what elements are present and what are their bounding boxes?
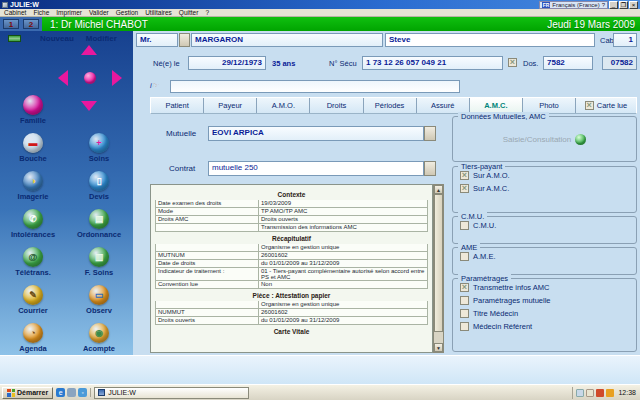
tab-photo[interactable]: Photo <box>523 98 576 113</box>
checkbox[interactable] <box>460 322 469 331</box>
main-area: Nouveau Modifier Famille▬Bouche+Soins◑Im… <box>0 31 640 355</box>
restore-button[interactable]: ❐ <box>619 1 628 9</box>
start-button[interactable]: Démarrer <box>2 387 53 399</box>
sidebar-item-acompte[interactable]: ◉Acompte <box>66 323 132 361</box>
sidebar-item-ordonnance[interactable]: ▤Ordonnance <box>66 209 132 247</box>
nav-up-arrow-icon[interactable] <box>81 45 97 55</box>
checkbox-row-titremdecin[interactable]: Titre Médecin <box>460 309 636 318</box>
modify-button[interactable]: Modifier <box>86 34 117 43</box>
sidebar-item-tltrans[interactable]: @Télétrans. <box>0 247 66 285</box>
menu-item-imprimer[interactable]: Imprimer <box>56 9 82 16</box>
sidebar-item-fsoins[interactable]: ▥F. Soins <box>66 247 132 285</box>
taskbar-task-julie[interactable]: JULIE:W <box>94 387 249 399</box>
sidebar-item-agenda[interactable]: ◔Agenda <box>0 323 66 361</box>
first-name-field[interactable]: Steve <box>385 33 595 47</box>
nav-left-arrow-icon[interactable] <box>58 70 68 86</box>
tray-volume-icon[interactable] <box>586 389 594 397</box>
carte-lue-checkbox[interactable]: × <box>585 101 594 110</box>
sidebar-item-intolrances[interactable]: ✆Intolérances <box>0 209 66 247</box>
menu-item-utilitaires[interactable]: Utilitaires <box>145 9 172 16</box>
menu-item-valider[interactable]: Valider <box>89 9 109 16</box>
checkbox[interactable]: × <box>460 171 469 180</box>
tab-droits[interactable]: Droits <box>310 98 363 113</box>
browser-icon[interactable]: e <box>56 388 65 397</box>
checkbox[interactable]: × <box>460 184 469 193</box>
tab-payeur[interactable]: Payeur <box>204 98 257 113</box>
civility-field[interactable]: Mr. <box>136 33 178 47</box>
mutuelle-dropdown-button[interactable] <box>424 126 436 141</box>
checkbox-label: Sur A.M.O. <box>473 171 510 180</box>
table-cell-value: 01 - Tiers-payant complémentaire autoris… <box>259 268 427 280</box>
table-scrollbar[interactable]: ▲ ▼ <box>433 184 444 353</box>
practitioner-tab-1[interactable]: 1 <box>3 19 19 29</box>
checkbox-row-paramtragesmutuelle[interactable]: Paramétrages mutuelle <box>460 296 636 305</box>
tab-priodes[interactable]: Périodes <box>364 98 417 113</box>
menu-item-gestion[interactable]: Gestion <box>116 9 138 16</box>
tab-amc[interactable]: A.M.C. <box>470 98 523 113</box>
civility-button[interactable] <box>179 33 190 47</box>
sidebar-item-famille[interactable]: Famille <box>0 95 66 133</box>
sidebar-item-observ[interactable]: ▭Observ <box>66 285 132 323</box>
table-row: Date examen des droits19/03/2009 <box>155 200 428 208</box>
checkbox-row-suramo[interactable]: ×Sur A.M.O. <box>460 171 636 180</box>
checkbox-row-ame[interactable]: A.M.E. <box>460 252 636 261</box>
secu-checkbox[interactable]: × <box>508 58 517 67</box>
language-help-icon[interactable]: ? <box>602 2 605 8</box>
note-field[interactable] <box>170 80 460 93</box>
checkbox[interactable] <box>460 252 469 261</box>
sidebar-item-imagerie[interactable]: ◑Imagerie <box>0 171 66 209</box>
checkbox[interactable] <box>460 221 469 230</box>
table-row: Organisme en gestion unique <box>155 244 428 252</box>
checkbox-row-transmettreinfosamc[interactable]: ×Transmettre infos AMC <box>460 283 636 292</box>
new-button[interactable]: Nouveau <box>40 34 74 43</box>
menu-item-?[interactable]: ? <box>205 9 209 16</box>
record-tabs: PatientPayeurA.M.O.DroitsPériodesAssuréA… <box>150 97 637 114</box>
nav-center-icon[interactable] <box>84 72 96 84</box>
scroll-down-icon[interactable]: ▼ <box>434 343 443 352</box>
minimize-button[interactable]: _ <box>609 1 618 9</box>
contrat-field[interactable]: mutuelle 250 <box>208 161 424 176</box>
secu-field[interactable]: 1 73 12 26 057 049 21 <box>362 56 503 70</box>
dossier-field[interactable]: 7582 <box>543 56 593 70</box>
tray-network-icon[interactable] <box>576 389 584 397</box>
tab-assur[interactable]: Assuré <box>417 98 470 113</box>
menu-item-cabinet[interactable]: Cabinet <box>4 9 26 16</box>
contrat-dropdown-button[interactable] <box>424 161 436 176</box>
table-cell-label: Mode <box>156 208 259 215</box>
checkbox[interactable]: × <box>460 283 469 292</box>
menu-item-quitter[interactable]: Quitter <box>179 9 199 16</box>
menu-item-fiche[interactable]: Fiche <box>33 9 49 16</box>
checkbox-row-mdecinrfrent[interactable]: Médecin Référent <box>460 322 636 331</box>
nav-right-arrow-icon[interactable] <box>112 70 122 86</box>
scroll-up-icon[interactable]: ▲ <box>434 185 443 194</box>
language-badge-icon[interactable]: FR <box>542 2 551 8</box>
tray-antivirus-icon[interactable] <box>596 389 604 397</box>
care-sheet-icon: ▥ <box>89 247 109 267</box>
mutuelle-field[interactable]: EOVI ARPICA <box>208 126 424 141</box>
language-bar[interactable]: FR Français (France) ? <box>539 1 608 9</box>
sidebar-item-bouche[interactable]: ▬Bouche <box>0 133 66 171</box>
sidebar-item-soins[interactable]: +Soins <box>66 133 132 171</box>
tab-patient[interactable]: Patient <box>151 98 204 113</box>
close-button[interactable]: × <box>629 1 638 9</box>
checkbox[interactable] <box>460 296 469 305</box>
practitioner-tab-2[interactable]: 2 <box>23 19 39 29</box>
sidebar-item-courrier[interactable]: ✎Courrier <box>0 285 66 323</box>
show-desktop-icon[interactable] <box>67 388 76 397</box>
last-name-field[interactable]: MARGARON <box>191 33 383 47</box>
table-row: Indicateur de traitement :01 - Tiers-pay… <box>155 268 428 281</box>
note-icon: i☞ <box>150 81 158 90</box>
checkbox-row-suramc[interactable]: ×Sur A.M.C. <box>460 184 636 193</box>
group-paramtrages: Paramétrages×Transmettre infos AMCParamé… <box>452 278 637 352</box>
tray-update-icon[interactable] <box>606 389 614 397</box>
tab-amo[interactable]: A.M.O. <box>257 98 310 113</box>
cab-field[interactable]: 1 <box>613 33 637 47</box>
checkbox-row-cmu[interactable]: C.M.U. <box>460 221 636 230</box>
media-player-icon[interactable]: ◦ <box>78 388 87 397</box>
sidebar-item-devis[interactable]: ▯Devis <box>66 171 132 209</box>
checkbox[interactable] <box>460 309 469 318</box>
scrollbar-thumb[interactable] <box>434 194 443 332</box>
table-section-title: Contexte <box>155 191 428 198</box>
birth-date-field[interactable]: 29/12/1973 <box>188 56 266 70</box>
saisie-consultation-button[interactable]: Saisie/Consultation <box>453 117 636 161</box>
